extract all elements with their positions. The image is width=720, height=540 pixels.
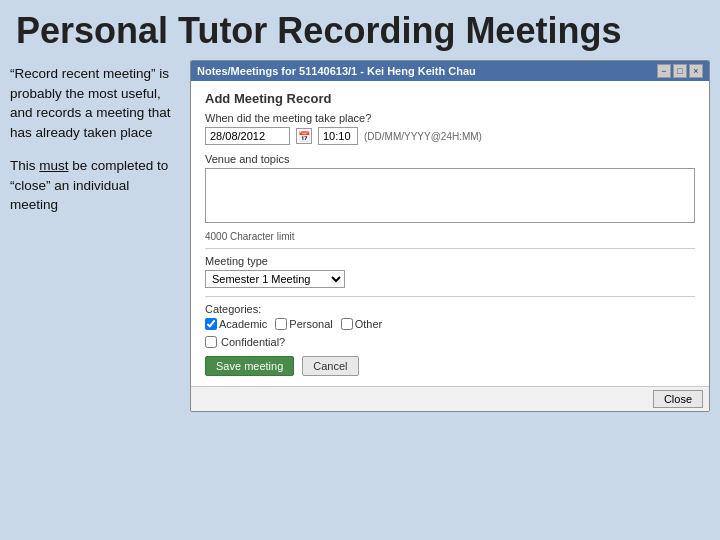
other-label: Other	[355, 318, 383, 330]
content-area: “Record recent meeting” is probably the …	[0, 60, 720, 412]
modal-body: Add Meeting Record When did the meeting …	[191, 81, 709, 386]
desc2-underline: must	[39, 158, 68, 173]
calendar-icon[interactable]: 📅	[296, 128, 312, 144]
academic-checkbox[interactable]	[205, 318, 217, 330]
description-text-1: “Record recent meeting” is probably the …	[10, 66, 171, 140]
meeting-type-label: Meeting type	[205, 255, 695, 267]
other-checkbox[interactable]	[341, 318, 353, 330]
modal-titlebar: Notes/Meetings for 51140613/1 - Kei Heng…	[191, 61, 709, 81]
form-title: Add Meeting Record	[205, 91, 695, 106]
time-input[interactable]	[318, 127, 358, 145]
venue-label: Venue and topics	[205, 153, 695, 165]
confidential-label: Confidential?	[221, 336, 285, 348]
close-button[interactable]: Close	[653, 390, 703, 408]
date-input[interactable]	[205, 127, 290, 145]
divider	[205, 248, 695, 249]
categories-label: Categories:	[205, 303, 695, 315]
venue-textarea[interactable]	[205, 168, 695, 223]
description-block-1: “Record recent meeting” is probably the …	[10, 64, 180, 142]
button-row: Save meeting Cancel	[205, 356, 695, 376]
cancel-button[interactable]: Cancel	[302, 356, 358, 376]
maximize-button[interactable]: □	[673, 64, 687, 78]
left-panel: “Record recent meeting” is probably the …	[10, 60, 180, 412]
categories-section: Categories: Academic Personal Other	[205, 303, 695, 330]
description-block-2: This must be completed to “close” an ind…	[10, 156, 180, 215]
titlebar-controls: − □ ×	[657, 64, 703, 78]
other-checkbox-item[interactable]: Other	[341, 318, 383, 330]
date-row: 📅 (DD/MM/YYYY@24H:MM)	[205, 127, 695, 145]
personal-label: Personal	[289, 318, 332, 330]
personal-checkbox[interactable]	[275, 318, 287, 330]
modal-window: Notes/Meetings for 51140613/1 - Kei Heng…	[190, 60, 710, 412]
page-container: Personal Tutor Recording Meetings “Recor…	[0, 0, 720, 540]
char-limit: 4000 Character limit	[205, 231, 695, 242]
modal-title: Notes/Meetings for 51140613/1 - Kei Heng…	[197, 65, 476, 77]
meeting-type-select[interactable]: Semester 1 Meeting Semester 2 Meeting Ot…	[205, 270, 345, 288]
academic-label: Academic	[219, 318, 267, 330]
page-title: Personal Tutor Recording Meetings	[0, 0, 720, 60]
save-meeting-button[interactable]: Save meeting	[205, 356, 294, 376]
academic-checkbox-item[interactable]: Academic	[205, 318, 267, 330]
modal-footer: Close	[191, 386, 709, 411]
close-window-button[interactable]: ×	[689, 64, 703, 78]
desc2-before: This	[10, 158, 39, 173]
categories-checkboxes: Academic Personal Other	[205, 318, 695, 330]
minimize-button[interactable]: −	[657, 64, 671, 78]
divider2	[205, 296, 695, 297]
personal-checkbox-item[interactable]: Personal	[275, 318, 332, 330]
date-format-hint: (DD/MM/YYYY@24H:MM)	[364, 131, 482, 142]
meeting-type-row: Semester 1 Meeting Semester 2 Meeting Ot…	[205, 270, 695, 288]
confidential-checkbox[interactable]	[205, 336, 217, 348]
date-label: When did the meeting take place?	[205, 112, 695, 124]
confidential-row: Confidential?	[205, 336, 695, 348]
